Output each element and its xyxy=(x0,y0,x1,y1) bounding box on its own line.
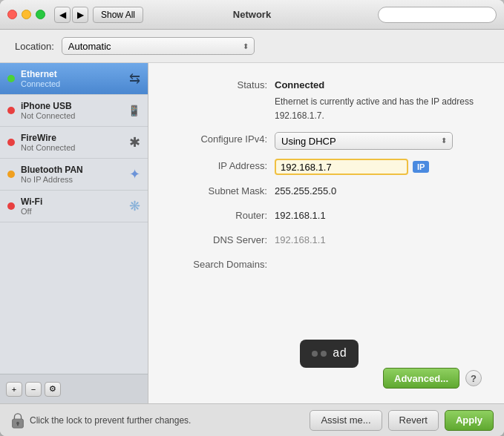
location-select-wrapper: Automatic ⬍ xyxy=(62,37,255,55)
ip-badge: IP xyxy=(413,161,429,173)
sidebar-item-wifi[interactable]: Wi-Fi Off ❋ xyxy=(0,191,148,222)
subnet-value: 255.255.255.0 xyxy=(275,184,482,199)
terminal-command: ad xyxy=(333,347,347,360)
ip-row: IP Address: IP xyxy=(171,159,482,175)
help-button[interactable]: ? xyxy=(465,370,482,386)
search-container: 🔍 xyxy=(378,7,497,23)
configure-row: Configure IPv4: Using DHCP ⬍ xyxy=(171,132,482,150)
minimize-button[interactable] xyxy=(22,10,31,19)
router-field-label: Router: xyxy=(171,208,275,224)
dns-value: 192.168.1.1 xyxy=(275,233,482,248)
status-row: Status: Connected Ethernet is currently … xyxy=(171,78,482,123)
maximize-button[interactable] xyxy=(36,10,45,19)
sidebar-item-bluetooth-pan[interactable]: Bluetooth PAN No IP Address ✦ xyxy=(0,159,148,191)
wifi-icon: ❋ xyxy=(129,198,140,214)
lock-icon xyxy=(10,412,25,429)
firewire-name: FireWire xyxy=(21,133,126,143)
traffic-lights xyxy=(7,10,45,19)
bluetooth-info: Bluetooth PAN No IP Address xyxy=(21,165,126,184)
ip-input-area: IP xyxy=(275,159,429,175)
ethernet-status: Connected xyxy=(21,79,126,88)
network-settings-button[interactable]: ⚙ xyxy=(45,382,61,397)
close-button[interactable] xyxy=(7,10,17,19)
window-title: Network xyxy=(233,9,271,20)
terminal-overlay: ad xyxy=(300,340,359,368)
firewire-info: FireWire Not Connected xyxy=(21,133,126,152)
status-value-area: Connected Ethernet is currently active a… xyxy=(275,78,482,123)
wifi-status-dot xyxy=(7,202,15,210)
search-domains-label: Search Domains: xyxy=(171,257,275,273)
sidebar-item-firewire[interactable]: FireWire Not Connected ✱ xyxy=(0,127,148,159)
svg-rect-2 xyxy=(17,423,19,426)
bottom-bar: Click the lock to prevent further change… xyxy=(0,403,504,436)
firewire-status-dot xyxy=(7,139,15,146)
advanced-button[interactable]: Advanced... xyxy=(383,368,459,389)
iphone-status: Not Connected xyxy=(21,111,125,120)
sidebar: Ethernet Connected ⇆ iPhone USB Not Conn… xyxy=(0,63,148,403)
nav-buttons: ◀ ▶ xyxy=(54,7,88,23)
bluetooth-icon: ✦ xyxy=(129,166,140,182)
forward-button[interactable]: ▶ xyxy=(72,7,88,23)
subnet-row: Subnet Mask: 255.255.255.0 xyxy=(171,184,482,199)
show-all-button[interactable]: Show All xyxy=(93,7,143,23)
sidebar-item-ethernet[interactable]: Ethernet Connected ⇆ xyxy=(0,63,148,95)
wifi-name: Wi-Fi xyxy=(21,196,126,207)
term-dot-2 xyxy=(321,351,327,357)
lock-text: Click the lock to prevent further change… xyxy=(30,415,191,426)
network-window: ◀ ▶ Show All Network 🔍 Location: Automat… xyxy=(0,0,504,436)
terminal-dots xyxy=(312,351,327,357)
action-row: Advanced... ? xyxy=(171,368,482,389)
dns-row: DNS Server: 192.168.1.1 xyxy=(171,233,482,248)
revert-button[interactable]: Revert xyxy=(388,410,439,431)
wifi-status: Off xyxy=(21,207,126,216)
iphone-info: iPhone USB Not Connected xyxy=(21,101,125,120)
bluetooth-name: Bluetooth PAN xyxy=(21,165,126,175)
sidebar-item-iphone-usb[interactable]: iPhone USB Not Connected 📱 xyxy=(0,95,148,127)
ethernet-status-dot xyxy=(7,75,15,82)
wifi-info: Wi-Fi Off xyxy=(21,196,126,216)
ethernet-icon: ⇆ xyxy=(129,70,140,87)
status-field-label: Status: xyxy=(171,78,275,93)
ip-field-label: IP Address: xyxy=(171,159,275,174)
firewire-status: Not Connected xyxy=(21,143,126,152)
network-list: Ethernet Connected ⇆ iPhone USB Not Conn… xyxy=(0,63,148,374)
bottom-buttons: Assist me... Revert Apply xyxy=(310,410,494,431)
term-dot-1 xyxy=(312,351,318,357)
router-value: 192.168.1.1 xyxy=(275,208,482,224)
titlebar: ◀ ▶ Show All Network 🔍 xyxy=(0,0,504,30)
iphone-name: iPhone USB xyxy=(21,101,125,111)
configure-ipv4-select[interactable]: Using DHCP xyxy=(275,132,453,150)
location-label: Location: xyxy=(15,41,54,52)
iphone-status-dot xyxy=(7,107,15,114)
main-content: Ethernet Connected ⇆ iPhone USB Not Conn… xyxy=(0,63,504,403)
configure-select-wrapper: Using DHCP ⬍ xyxy=(275,132,453,150)
add-network-button[interactable]: + xyxy=(6,382,22,397)
subnet-field-label: Subnet Mask: xyxy=(171,184,275,199)
ip-address-input[interactable] xyxy=(275,159,408,175)
search-domains-row: Search Domains: xyxy=(171,257,482,273)
configure-field-label: Configure IPv4: xyxy=(171,132,275,148)
status-connected-text: Connected xyxy=(275,79,324,90)
location-select[interactable]: Automatic xyxy=(62,37,255,55)
search-input[interactable] xyxy=(378,7,497,23)
back-button[interactable]: ◀ xyxy=(54,7,71,23)
detail-panel: Status: Connected Ethernet is currently … xyxy=(148,63,504,403)
ethernet-info: Ethernet Connected xyxy=(21,69,126,88)
lock-area[interactable]: Click the lock to prevent further change… xyxy=(10,412,191,429)
toolbar: Location: Automatic ⬍ xyxy=(0,30,504,63)
assist-button[interactable]: Assist me... xyxy=(310,410,382,431)
dns-field-label: DNS Server: xyxy=(171,233,275,248)
sidebar-bottom: + − ⚙ xyxy=(0,374,148,403)
apply-button[interactable]: Apply xyxy=(445,410,494,431)
iphone-icon: 📱 xyxy=(128,105,140,116)
bluetooth-status-dot xyxy=(7,171,15,178)
remove-network-button[interactable]: − xyxy=(25,382,42,397)
ethernet-name: Ethernet xyxy=(21,69,126,79)
bluetooth-status: No IP Address xyxy=(21,175,126,184)
status-description: Ethernet is currently active and has the… xyxy=(275,95,482,123)
configure-value-area: Using DHCP ⬍ xyxy=(275,132,482,150)
router-row: Router: 192.168.1.1 xyxy=(171,208,482,224)
firewire-icon: ✱ xyxy=(129,134,140,151)
